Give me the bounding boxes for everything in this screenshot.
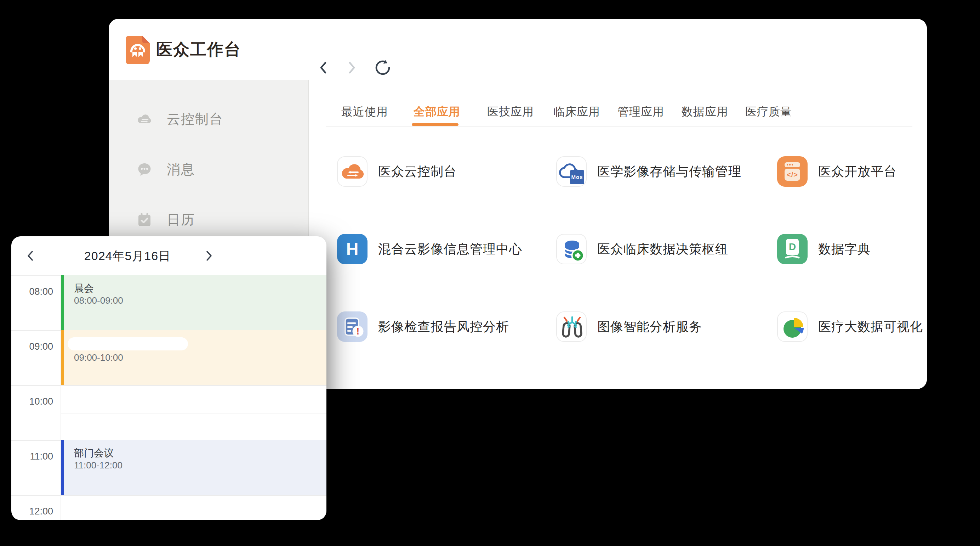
time-label: 09:00 — [11, 340, 53, 353]
half-hour-gridline — [61, 413, 326, 413]
window-header: 医众工作台 — [109, 19, 927, 80]
event-time: 11:00-12:00 — [74, 460, 123, 471]
app-hybrid-cloud-imaging-center[interactable]: H 混合云影像信息管理中心 — [337, 234, 542, 264]
calendar-header: 2024年5月16日 — [11, 236, 326, 275]
time-label: 10:00 — [11, 395, 53, 408]
letter-d: D — [786, 239, 799, 254]
time-label: 11:00 — [11, 450, 53, 463]
chat-bubble-icon — [136, 161, 153, 177]
app-label: 混合云影像信息管理中心 — [378, 241, 522, 258]
refresh-icon — [374, 59, 392, 77]
time-gutter-divider — [60, 276, 61, 520]
event-accent-bar — [61, 330, 64, 385]
letter-h-tile-icon: H — [337, 234, 368, 264]
app-label: 医学影像存储与传输管理 — [597, 163, 741, 180]
app-data-dictionary[interactable]: D 数据字典 — [777, 234, 927, 264]
chevron-right-icon — [342, 59, 361, 77]
app-content: 最近使用 全部应用 医技应用 临床应用 管理应用 数据应用 医疗质量 医众云控制… — [309, 80, 927, 389]
tabs-divider — [326, 126, 912, 126]
calendar-next-day-button[interactable] — [199, 246, 219, 266]
app-label: 影像检查报告风控分析 — [378, 318, 509, 335]
tab-medtech-apps[interactable]: 医技应用 — [487, 103, 534, 120]
blue-cloud-storage-icon: Mos — [556, 156, 587, 187]
tab-all-apps[interactable]: 全部应用 — [414, 103, 460, 120]
app-label: 医众临床数据决策枢纽 — [597, 241, 728, 258]
dictionary-book-icon: D — [777, 234, 808, 264]
sidebar-item-calendar[interactable]: 日历 — [109, 210, 308, 230]
tab-management-apps[interactable]: 管理应用 — [617, 103, 664, 120]
time-label: 12:00 — [11, 505, 53, 518]
window-title: 医众工作台 — [156, 19, 241, 80]
tab-quality-apps[interactable]: 医疗质量 — [745, 103, 792, 120]
app-image-ai-analysis[interactable]: 图像智能分析服务 — [556, 311, 762, 342]
sidebar-item-cloud-console[interactable]: 云控制台 — [109, 109, 308, 129]
tab-clinical-apps[interactable]: 临床应用 — [554, 103, 600, 120]
orange-cloud-transfer-icon — [337, 156, 368, 187]
chevron-left-icon — [21, 246, 40, 266]
lungs-icon — [556, 311, 587, 342]
refresh-button[interactable] — [374, 59, 392, 77]
active-tab-underline — [412, 123, 458, 126]
app-logo-icon — [126, 36, 150, 64]
calendar-event-redacted[interactable]: 09:00-10:00 — [61, 330, 326, 385]
back-button[interactable] — [314, 59, 333, 77]
event-accent-bar — [61, 275, 64, 330]
sidebar-item-label: 云控制台 — [167, 109, 223, 129]
calendar-prev-day-button[interactable] — [21, 246, 40, 266]
calendar-check-icon — [136, 212, 153, 228]
app-label: 图像智能分析服务 — [597, 318, 702, 335]
code-window-icon: </> — [777, 156, 808, 187]
app-clinical-data-hub[interactable]: 医众临床数据决策枢纽 — [556, 234, 762, 264]
event-title: 部门会议 — [74, 447, 114, 459]
app-label: 医众开放平台 — [818, 163, 897, 180]
app-imaging-storage-transfer[interactable]: Mos 医学影像存储与传输管理 — [556, 156, 762, 187]
chevron-left-icon — [314, 59, 333, 77]
mos-badge: Mos — [570, 170, 584, 184]
sidebar-item-messages[interactable]: 消息 — [109, 160, 308, 179]
tab-data-apps[interactable]: 数据应用 — [681, 103, 728, 120]
event-accent-bar — [61, 440, 64, 495]
tab-recently-used[interactable]: 最近使用 — [341, 103, 388, 120]
desktop-background: { "window": { "title": "医众工作台", "nav": {… — [0, 0, 980, 546]
event-title: 晨会 — [74, 283, 94, 294]
event-time: 09:00-10:00 — [74, 352, 123, 363]
pie-chart-icon — [777, 311, 808, 342]
calendar-day-grid: 08:00 09:00 10:00 11:00 12:00 晨会 08:00-0… — [11, 276, 326, 520]
hour-gridline — [11, 385, 326, 386]
app-cloud-console[interactable]: 医众云控制台 — [337, 156, 542, 187]
letter-h: H — [337, 234, 368, 264]
sidebar-item-label: 日历 — [167, 210, 195, 230]
calendar-panel: 2024年5月16日 08:00 09:00 10:00 11:00 12:00… — [11, 236, 326, 520]
forward-button[interactable] — [342, 59, 361, 77]
app-label: 医疗大数据可视化 — [818, 318, 923, 335]
calendar-event-department-meeting[interactable]: 部门会议 11:00-12:00 — [61, 440, 326, 495]
app-label: 医众云控制台 — [378, 163, 457, 180]
app-big-data-visualization[interactable]: 医疗大数据可视化 — [777, 311, 927, 342]
code-glyph: </> — [784, 169, 800, 180]
app-label: 数据字典 — [818, 241, 870, 258]
event-time: 08:00-09:00 — [74, 295, 123, 306]
exclamation-mark: ! — [353, 326, 363, 337]
hour-gridline — [11, 495, 326, 496]
database-plus-icon — [556, 234, 587, 264]
chevron-right-icon — [199, 246, 219, 266]
app-report-risk-analysis[interactable]: ! 影像检查报告风控分析 — [337, 311, 542, 342]
redacted-event-title — [68, 337, 188, 350]
calendar-event-morning-meeting[interactable]: 晨会 08:00-09:00 — [61, 275, 326, 330]
report-alert-icon: ! — [337, 311, 368, 342]
time-label: 08:00 — [11, 285, 53, 298]
app-open-platform[interactable]: </> 医众开放平台 — [777, 156, 927, 187]
calendar-date-label: 2024年5月16日 — [70, 236, 185, 275]
sidebar-item-label: 消息 — [167, 160, 195, 179]
cloud-sliders-icon — [136, 111, 153, 127]
